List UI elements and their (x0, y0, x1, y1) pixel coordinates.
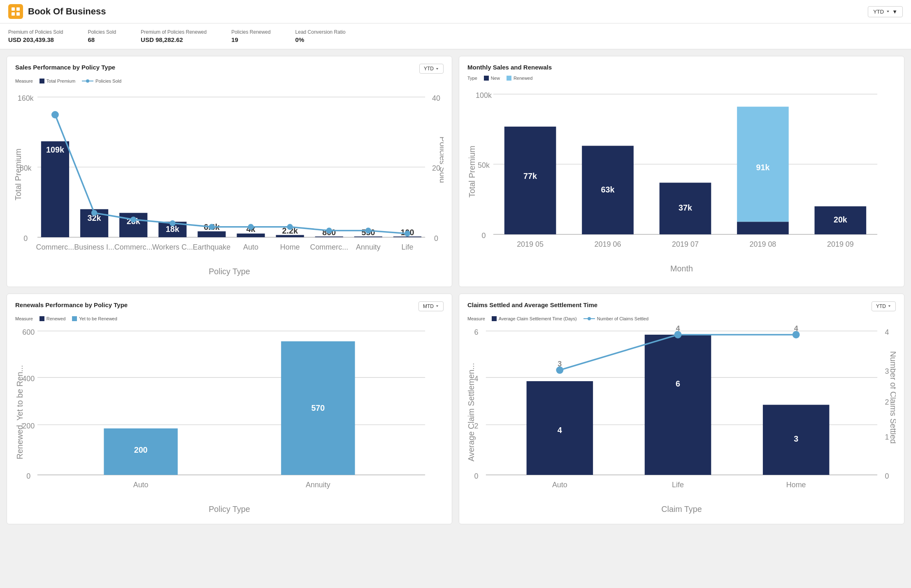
filter-icon (435, 304, 439, 308)
svg-text:6: 6 (676, 379, 680, 388)
svg-text:0: 0 (474, 472, 479, 480)
svg-point-37 (326, 228, 332, 234)
svg-text:Commerc...: Commerc... (310, 243, 348, 251)
new-legend-box (484, 76, 489, 81)
svg-point-30 (51, 111, 59, 118)
renewals-policy-header: Renewals Performance by Policy Type MTD (15, 301, 444, 311)
svg-text:2019 08: 2019 08 (750, 240, 776, 248)
metric-lead-conversion: Lead Conversion Ratio 0% (295, 29, 346, 43)
svg-text:160k: 160k (18, 94, 34, 102)
yet-renewed-legend-box (72, 316, 77, 321)
claims-settled-chart-card: Claims Settled and Average Settlement Ti… (459, 294, 904, 525)
svg-text:20k: 20k (834, 215, 847, 224)
svg-text:Business I...: Business I... (74, 243, 114, 251)
svg-text:4: 4 (676, 324, 680, 333)
renewals-policy-filter-button[interactable]: MTD (418, 301, 444, 311)
svg-rect-0 (12, 7, 15, 11)
bar-commercial1 (41, 141, 69, 237)
filter-icon (886, 9, 890, 14)
svg-text:Annuity: Annuity (356, 243, 381, 251)
svg-text:2019 09: 2019 09 (827, 240, 854, 248)
metric-policies-renewed: Policies Renewed 19 (231, 29, 270, 43)
svg-text:Life: Life (672, 481, 684, 489)
metric-premium-sold: Premium of Policies Sold USD 203,439.38 (8, 29, 63, 43)
bar-life-claims (645, 335, 711, 475)
sales-policy-filter-button[interactable]: YTD (419, 64, 444, 74)
filter-icon (435, 67, 439, 71)
renewals-policy-svg: 600 400 200 0 Renewed, Yet to be Ren... … (15, 324, 444, 516)
svg-point-7 (86, 79, 89, 83)
svg-text:Workers C...: Workers C... (152, 243, 193, 251)
charts-grid: Sales Performance by Policy Type YTD Mea… (0, 49, 911, 531)
svg-text:Policy Type: Policy Type (209, 504, 250, 513)
claims-settled-title: Claims Settled and Average Settlement Ti… (467, 301, 597, 308)
svg-text:Home: Home (280, 243, 300, 251)
svg-text:37k: 37k (679, 203, 692, 212)
app-logo (8, 4, 23, 19)
metrics-bar: Premium of Policies Sold USD 203,439.38 … (0, 23, 911, 49)
svg-text:4: 4 (885, 328, 889, 336)
claims-settled-filter-button[interactable]: YTD (871, 301, 896, 311)
svg-point-33 (170, 220, 175, 226)
header-left: Book Of Business (8, 4, 106, 19)
avg-claim-legend-box (492, 316, 497, 321)
svg-point-85 (588, 317, 591, 320)
header-filter-button[interactable]: YTD ▼ (868, 6, 903, 17)
filter-icon (888, 304, 891, 308)
svg-marker-68 (436, 306, 438, 307)
claims-settled-legend: Measure Average Claim Settlement Time (D… (467, 316, 896, 321)
bar-home (276, 235, 304, 237)
svg-text:2019 06: 2019 06 (595, 240, 621, 248)
svg-text:Auto: Auto (243, 243, 258, 251)
renewals-policy-chart-card: Renewals Performance by Policy Type MTD … (7, 294, 452, 525)
claims-settled-header: Claims Settled and Average Settlement Ti… (467, 301, 896, 311)
svg-text:3: 3 (794, 434, 798, 443)
svg-text:Home: Home (786, 481, 806, 489)
svg-text:Policy Type: Policy Type (209, 267, 250, 276)
svg-text:2019 07: 2019 07 (672, 240, 699, 248)
svg-point-35 (248, 224, 253, 230)
svg-text:3: 3 (885, 367, 889, 375)
svg-point-39 (404, 231, 410, 236)
svg-text:200: 200 (134, 445, 148, 454)
svg-marker-5 (436, 68, 438, 69)
svg-text:91k: 91k (756, 163, 769, 172)
svg-text:600: 600 (22, 328, 35, 336)
svg-text:2019 05: 2019 05 (517, 240, 544, 248)
svg-point-34 (209, 224, 214, 230)
svg-text:Earthquake: Earthquake (193, 243, 231, 251)
svg-text:1: 1 (885, 433, 889, 441)
svg-text:0: 0 (434, 234, 438, 243)
svg-marker-83 (888, 306, 890, 307)
monthly-sales-svg: 100k 50k 0 Total Premium Month 77k 63k 3… (467, 83, 896, 275)
svg-point-32 (130, 217, 136, 222)
svg-point-31 (91, 210, 97, 216)
total-premium-legend-box (40, 79, 44, 83)
sales-policy-svg: 160k 80k 0 40 20 0 Total Premium Policie… (15, 86, 444, 278)
svg-text:63k: 63k (601, 185, 615, 194)
sales-policy-title: Sales Performance by Policy Type (15, 64, 115, 71)
sold-line (55, 115, 407, 234)
svg-text:0: 0 (482, 231, 486, 240)
svg-text:Total Premium: Total Premium (467, 146, 476, 197)
svg-point-38 (365, 228, 371, 234)
svg-text:Number of Claims Settled: Number of Claims Settled (889, 351, 896, 444)
renewals-policy-title: Renewals Performance by Policy Type (15, 301, 128, 308)
svg-text:Commerc...: Commerc... (36, 243, 74, 251)
svg-text:6: 6 (474, 328, 479, 336)
svg-text:2: 2 (885, 398, 889, 406)
sales-policy-legend: Measure Total Premium Policies Sold (15, 79, 444, 83)
svg-text:Auto: Auto (552, 481, 567, 489)
svg-text:Annuity: Annuity (306, 481, 330, 489)
svg-text:0: 0 (885, 472, 889, 480)
header: Book Of Business YTD ▼ (0, 0, 911, 23)
metric-premium-renewed: Premium of Policies Renewed USD 98,282.6… (141, 29, 207, 43)
svg-text:Total Premium: Total Premium (15, 148, 23, 200)
claims-settled-legend-line (583, 317, 595, 321)
monthly-sales-header: Monthly Sales and Renewals (467, 64, 896, 71)
svg-text:4: 4 (794, 324, 798, 333)
svg-rect-1 (16, 7, 20, 11)
renewals-policy-legend: Measure Renewed Yet to be Renewed (15, 316, 444, 321)
bar-auto (237, 234, 265, 237)
monthly-sales-title: Monthly Sales and Renewals (467, 64, 552, 71)
